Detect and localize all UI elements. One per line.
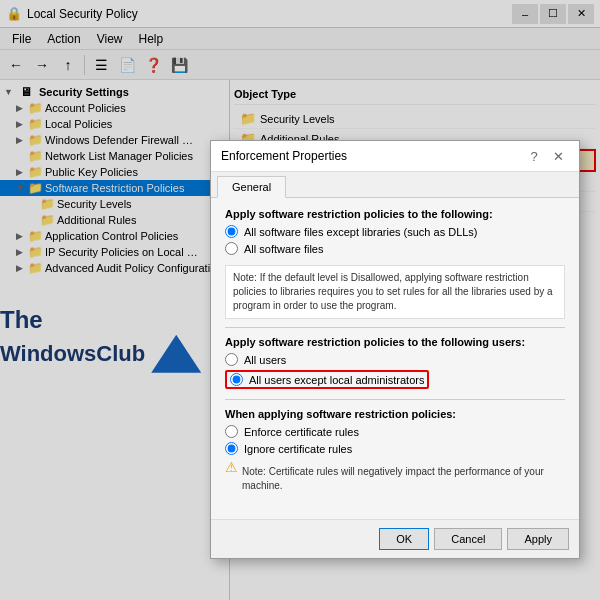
note2-wrapper: ⚠ Note: Certificate rules will negativel… (225, 459, 565, 499)
radio-all-files-label: All software files (244, 243, 323, 255)
tab-general[interactable]: General (217, 176, 286, 198)
radio-all-except-dlls[interactable]: All software files except libraries (suc… (225, 225, 565, 238)
radio-enforce-cert[interactable]: Enforce certificate rules (225, 425, 565, 438)
warning-icon: ⚠ (225, 459, 238, 475)
radio-all-users-label: All users (244, 354, 286, 366)
dialog-overlay: Enforcement Properties ? ✕ General Apply… (0, 0, 600, 600)
apply-button[interactable]: Apply (507, 528, 569, 550)
radio-all-except-dlls-label: All software files except libraries (suc… (244, 226, 478, 238)
dialog-content: Apply software restriction policies to t… (211, 198, 579, 519)
dialog-help-button[interactable]: ? (523, 147, 545, 165)
dialog-footer: OK Cancel Apply (211, 519, 579, 558)
radio-all-files[interactable]: All software files (225, 242, 565, 255)
dialog-title-bar: Enforcement Properties ? ✕ (211, 141, 579, 172)
radio-ignore-cert-input[interactable] (225, 442, 238, 455)
radio-all-files-input[interactable] (225, 242, 238, 255)
dialog-note-1: Note: If the default level is Disallowed… (225, 265, 565, 319)
dialog-title-text: Enforcement Properties (221, 149, 523, 163)
dialog-divider-2 (225, 399, 565, 400)
dialog-section-3: When applying software restriction polic… (225, 408, 565, 499)
radio-all-except-admins-input[interactable] (230, 373, 243, 386)
highlighted-radio-wrapper: All users except local administrators (225, 370, 429, 389)
dialog-title-controls: ? ✕ (523, 147, 569, 165)
radio-enforce-cert-label: Enforce certificate rules (244, 426, 359, 438)
enforcement-dialog: Enforcement Properties ? ✕ General Apply… (210, 140, 580, 559)
section3-title: When applying software restriction polic… (225, 408, 565, 420)
dialog-divider-1 (225, 327, 565, 328)
dialog-close-button[interactable]: ✕ (547, 147, 569, 165)
radio-all-except-dlls-input[interactable] (225, 225, 238, 238)
ok-button[interactable]: OK (379, 528, 429, 550)
radio-ignore-cert-label: Ignore certificate rules (244, 443, 352, 455)
radio-all-users[interactable]: All users (225, 353, 565, 366)
radio-enforce-cert-input[interactable] (225, 425, 238, 438)
section1-title: Apply software restriction policies to t… (225, 208, 565, 220)
section2-title: Apply software restriction policies to t… (225, 336, 565, 348)
dialog-section-2: Apply software restriction policies to t… (225, 336, 565, 389)
dialog-tabs: General (211, 172, 579, 198)
radio-all-except-admins[interactable]: All users except local administrators (230, 373, 424, 386)
dialog-note-2: Note: Certificate rules will negatively … (242, 465, 565, 493)
radio-all-users-input[interactable] (225, 353, 238, 366)
cancel-button[interactable]: Cancel (434, 528, 502, 550)
radio-ignore-cert[interactable]: Ignore certificate rules (225, 442, 565, 455)
radio-all-except-admins-label: All users except local administrators (249, 374, 424, 386)
dialog-section-1: Apply software restriction policies to t… (225, 208, 565, 255)
